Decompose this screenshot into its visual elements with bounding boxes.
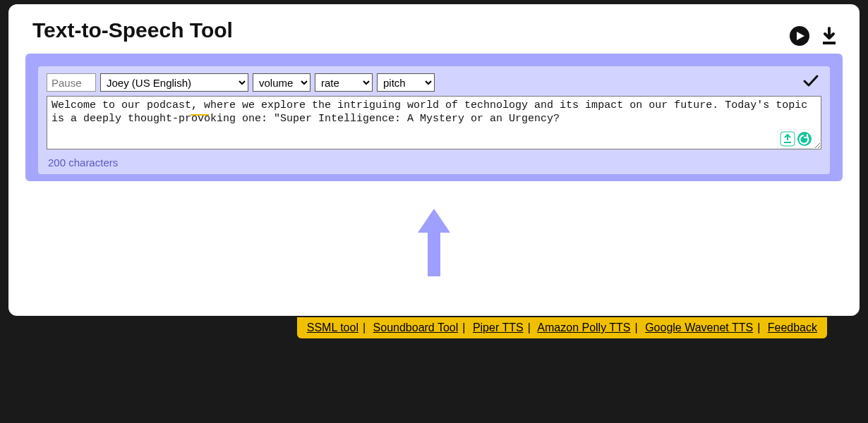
footer-link-ssml[interactable]: SSML tool — [307, 321, 358, 333]
rate-select[interactable]: rate — [315, 73, 373, 92]
main-card: Text-to-Speech Tool Joey (US English) vo… — [8, 4, 860, 316]
voice-select[interactable]: Joey (US English) — [100, 73, 248, 92]
editor-toolbar: Joey (US English) volume rate pitch — [47, 73, 821, 92]
footer-link-wavenet[interactable]: Google Wavenet TTS — [645, 321, 753, 333]
footer-link-polly[interactable]: Amazon Polly TTS — [537, 321, 630, 333]
confirm-button[interactable] — [802, 72, 820, 93]
text-input[interactable] — [47, 96, 821, 149]
pitch-select[interactable]: pitch — [377, 73, 435, 92]
top-icons — [789, 25, 838, 49]
pause-input[interactable] — [47, 73, 96, 92]
editor-panel-outer: Joey (US English) volume rate pitch — [25, 54, 843, 181]
footer-link-piper[interactable]: Piper TTS — [473, 321, 524, 333]
svg-rect-2 — [823, 42, 836, 44]
footer-link-soundboard[interactable]: Soundboard Tool — [373, 321, 459, 333]
up-arrow-hint — [416, 209, 452, 282]
download-button[interactable] — [820, 25, 838, 49]
volume-select[interactable]: volume — [253, 73, 311, 92]
footer-links-bar: SSML tool| Soundboard Tool| Piper TTS| A… — [297, 317, 827, 338]
play-button[interactable] — [789, 25, 810, 49]
page-title: Text-to-Speech Tool — [32, 18, 843, 42]
editor-panel-inner: Joey (US English) volume rate pitch — [38, 66, 830, 174]
character-counter: 200 characters — [48, 157, 821, 168]
footer-link-feedback[interactable]: Feedback — [768, 321, 817, 333]
